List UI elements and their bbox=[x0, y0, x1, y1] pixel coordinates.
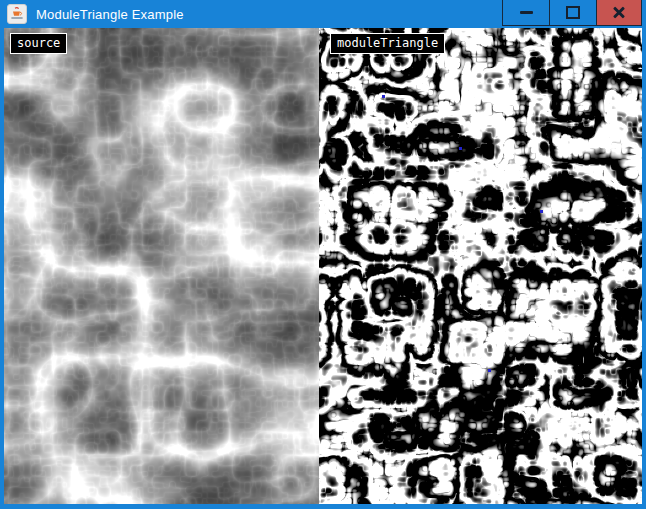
content-area: source moduleTriangle bbox=[4, 28, 642, 504]
title-bar[interactable]: ModuleTriangle Example bbox=[0, 0, 646, 28]
maximize-icon bbox=[566, 6, 580, 19]
source-panel: source bbox=[4, 28, 319, 504]
close-button[interactable] bbox=[596, 0, 642, 26]
window-title: ModuleTriangle Example bbox=[36, 7, 184, 22]
module-triangle-label: moduleTriangle bbox=[330, 33, 445, 54]
module-triangle-noise-image bbox=[319, 28, 642, 504]
java-coffee-cup-icon bbox=[7, 4, 27, 24]
maximize-button[interactable] bbox=[549, 0, 596, 26]
source-label: source bbox=[10, 33, 67, 54]
minimize-icon bbox=[520, 11, 533, 14]
window-controls bbox=[502, 0, 646, 26]
app-window: ModuleTriangle Example source moduleTria… bbox=[0, 0, 646, 509]
close-icon bbox=[612, 6, 626, 20]
source-noise-image bbox=[4, 28, 319, 504]
minimize-button[interactable] bbox=[502, 0, 549, 26]
module-triangle-panel: moduleTriangle bbox=[319, 28, 642, 504]
